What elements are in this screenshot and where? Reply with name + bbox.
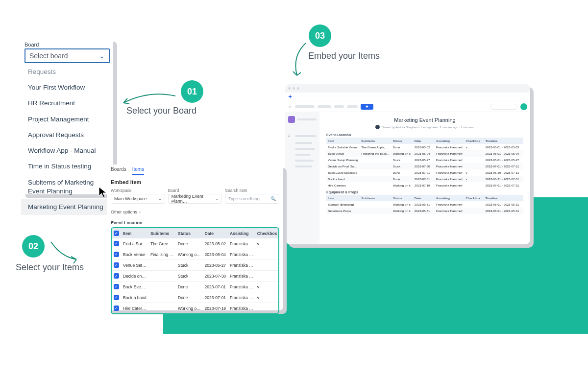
table-row[interactable]: ✓Book Even…Done2023-07-01Franziska …v202… <box>112 282 279 292</box>
table-row[interactable]: Decorative PropsWorking on it2023-05-31F… <box>326 208 523 214</box>
sidebar-placeholder <box>295 165 312 167</box>
board-option[interactable]: Time in Status testing <box>21 159 113 174</box>
col-timeline: Timeline <box>279 228 279 238</box>
cell: Finalizing the booking wit… <box>360 150 391 157</box>
cell: Working on it <box>392 208 413 214</box>
cell-item: Find a Suit… <box>121 238 148 249</box>
board-option[interactable]: Workflow App - Manual <box>21 143 113 159</box>
cell <box>464 150 484 157</box>
cell-item: Decide on … <box>121 271 148 282</box>
search-input[interactable] <box>490 104 517 110</box>
cell: 2023-07-30 <box>413 163 435 169</box>
table-row[interactable]: Book VenueFinalizing the booking wit…Wor… <box>326 150 523 157</box>
cell: Decide on Final Guest List <box>326 163 360 169</box>
cell-subitems: Finalizing t… <box>148 249 176 260</box>
cell-timeline: 2023-05-… <box>279 238 279 249</box>
table-row[interactable]: Book Event SpeakersDone2023-07-01Franzis… <box>326 169 523 176</box>
table-row[interactable]: Decide on Final Guest ListStuck2023-07-3… <box>326 163 523 169</box>
author-avatar <box>375 125 380 129</box>
checkbox-icon[interactable]: ✓ <box>114 306 119 311</box>
cell <box>464 201 484 208</box>
checkbox-icon[interactable]: ✓ <box>114 262 119 268</box>
table-row[interactable]: ✓Book a bandDone2023-07-01Franziska …v20… <box>112 292 279 303</box>
board-option[interactable]: Project Management <box>21 112 113 127</box>
checkbox-icon[interactable]: ✓ <box>114 252 119 257</box>
workspace-select-label: Workspace <box>111 188 165 193</box>
cell-item: Hire Cater… <box>121 303 148 314</box>
board-select-panel: Board Select board ⌄ Requests Your First… <box>21 38 113 194</box>
workspace-select[interactable]: Main Workspace ⌄ <box>111 194 165 204</box>
table-row[interactable]: ✓Hire Cater…Working o…2023-07-19Franzisk… <box>112 303 279 314</box>
table-row[interactable]: ✓Book VenueFinalizing t…Working o…2023-0… <box>112 249 279 260</box>
cell: Franziska Hammerl <box>435 163 464 169</box>
table-row[interactable]: Venue Setup PlanningStuck2023-05-27Franz… <box>326 157 523 163</box>
cell: Done <box>392 144 413 150</box>
cell: Done <box>392 169 413 176</box>
cell: Working on it <box>392 150 413 157</box>
cell-assisting: Franziska … <box>228 282 255 292</box>
cell: Find a Suitable Venue <box>326 144 360 150</box>
items-table: ✓ Item Subitems Status Date Assisting Ch… <box>112 228 279 313</box>
cell-assisting: Franziska … <box>228 238 255 249</box>
col-item: Item <box>121 228 148 238</box>
sidebar-placeholder <box>295 148 315 150</box>
cell: 2023-05-04 <box>413 150 435 157</box>
cell: 2023-06-19 - 2023-07-31 <box>484 169 523 176</box>
board-select-panel2[interactable]: Marketing Event Plann… ⌄ <box>168 194 222 204</box>
cell-checkbox: v <box>255 292 279 303</box>
user-avatar[interactable] <box>520 103 527 110</box>
step-label-01: Select your Board <box>126 106 196 116</box>
cell: Franziska Hammerl <box>435 150 464 157</box>
checkbox-icon[interactable]: ✓ <box>114 295 119 300</box>
tab-boards[interactable]: Boards <box>111 166 126 175</box>
step-badge-02: 02 <box>22 235 45 258</box>
cell: Hire Caterers <box>326 182 360 188</box>
checkbox-icon[interactable]: ✓ <box>114 231 119 236</box>
cell-item: Book a band <box>121 292 148 303</box>
cell: 2023-07-01 <box>413 176 435 182</box>
cell-subitems <box>148 292 176 303</box>
table-row[interactable]: ✓Decide on …Stuck2023-07-30Franziska …20… <box>112 271 279 282</box>
board-option[interactable]: Approval Requests <box>21 127 113 143</box>
checkbox-icon[interactable]: ✓ <box>114 284 119 289</box>
board-select-placeholder: Select board <box>29 52 68 60</box>
cell-subitems <box>148 282 176 292</box>
table-row[interactable]: ✓Venue Set…Stuck2023-05-27Franziska …202… <box>112 260 279 271</box>
col-header: Date <box>413 138 435 144</box>
board-option[interactable]: HR Recruitment <box>21 95 113 111</box>
cell: 2023-05-31 <box>413 208 435 214</box>
window-dot-icon <box>293 87 295 90</box>
col-header: Status <box>392 138 413 144</box>
cell-assisting: Franziska … <box>228 249 255 260</box>
search-item-label: Search item <box>225 188 279 193</box>
col-check[interactable]: ✓ <box>112 228 121 238</box>
checkbox-icon[interactable]: ✓ <box>114 241 119 246</box>
space-icon[interactable] <box>288 116 295 123</box>
other-options-toggle[interactable]: Other options › <box>107 208 283 218</box>
other-options-label: Other options <box>111 210 137 214</box>
table-row[interactable]: Hire CaterersWorking on it2023-07-19Fran… <box>326 182 523 188</box>
cell-checkbox <box>255 303 279 314</box>
board-option[interactable]: Your First Workflow <box>21 80 113 95</box>
tab-items[interactable]: Items <box>132 166 144 175</box>
app-logo-icon: ✦ <box>288 94 292 99</box>
table-row[interactable]: ✓Find a Suit…The Green …Done2023-05-02Fr… <box>112 238 279 249</box>
board-select[interactable]: Select board ⌄ <box>24 48 110 63</box>
table-row[interactable]: Book a bandDone2023-07-01Franziska Hamme… <box>326 176 523 182</box>
nav-icon[interactable]: ≡ <box>288 134 293 138</box>
board-select-label: Board <box>21 42 113 48</box>
cell-status: Working o… <box>176 303 203 314</box>
cell-date: 2023-05-27 <box>203 260 228 271</box>
search-item-input[interactable]: Type something 🔍 <box>225 194 279 204</box>
create-button[interactable]: + <box>361 104 373 110</box>
board-option-active[interactable]: Marketing Event Planning <box>21 199 113 215</box>
board-option[interactable]: Requests <box>21 64 113 80</box>
checkbox-icon[interactable]: ✓ <box>114 273 119 279</box>
cell-date: 2023-07-30 <box>203 271 228 282</box>
cell <box>360 208 391 214</box>
cell-timeline: 2023-06-… <box>279 282 279 292</box>
table-row[interactable]: Signage (Branding)Working on it2023-05-3… <box>326 201 523 208</box>
table-row[interactable]: Find a Suitable VenueThe Green Apple, Au… <box>326 144 523 150</box>
window-dot-icon <box>297 87 299 90</box>
cell-checkbox <box>255 260 279 271</box>
